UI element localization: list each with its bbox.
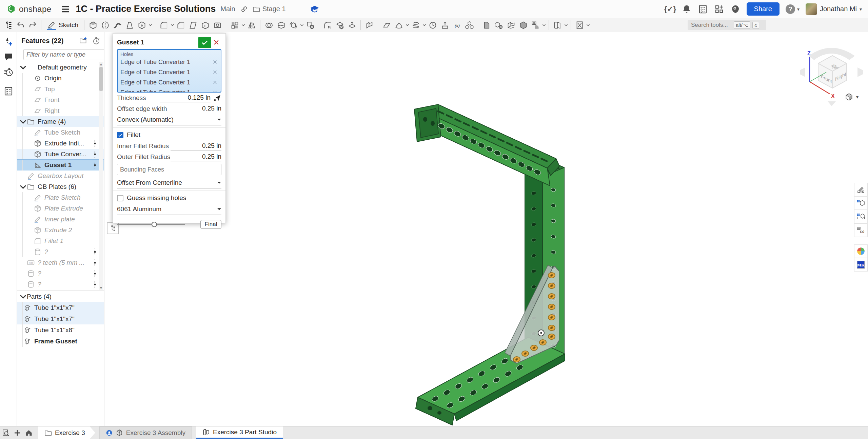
onshape-logo[interactable]: onshape: [6, 4, 52, 14]
filter-input[interactable]: [23, 49, 104, 60]
sketch-button[interactable]: Sketch: [44, 19, 82, 31]
feature-row[interactable]: Front: [17, 95, 104, 105]
mirror-icon[interactable]: [245, 19, 258, 31]
tasks-icon[interactable]: [698, 4, 708, 14]
draft-icon[interactable]: [187, 19, 199, 31]
chevron-down-icon[interactable]: [299, 19, 304, 31]
suppress-dots-icon[interactable]: [93, 247, 97, 256]
feature-row[interactable]: Gearbox Layout: [17, 171, 104, 181]
home-icon[interactable]: [23, 426, 35, 439]
notifications-bell-icon[interactable]: [682, 4, 692, 14]
feature-row[interactable]: Tube Conver...: [17, 149, 104, 160]
chevron-down-icon[interactable]: [241, 19, 245, 31]
hole-selection-row[interactable]: Edge of Tube Converter 1: [120, 57, 218, 67]
cancel-button[interactable]: [211, 37, 221, 47]
bounding-faces-input[interactable]: [117, 164, 221, 175]
transform-icon[interactable]: [287, 19, 299, 31]
suppress-dots-icon[interactable]: [93, 258, 97, 267]
delete-face-icon[interactable]: [334, 19, 346, 31]
chevron-down-icon[interactable]: [422, 19, 427, 31]
hole-icon[interactable]: [211, 19, 223, 31]
parts-header[interactable]: Parts (4): [17, 291, 104, 302]
document-title[interactable]: 1C - Practice Exercise Solutions: [76, 4, 216, 14]
add-tab-icon[interactable]: [12, 426, 23, 439]
convex-dropdown[interactable]: Convex (Automatic): [117, 114, 221, 125]
help-menu[interactable]: ? ▾: [786, 4, 800, 14]
feature-row[interactable]: Top: [17, 84, 104, 95]
rollback-history-icon[interactable]: [92, 36, 101, 45]
redo-icon[interactable]: [26, 19, 39, 31]
accept-button[interactable]: [198, 37, 211, 48]
loft-icon[interactable]: [123, 19, 136, 31]
helix-icon[interactable]: [410, 19, 422, 31]
part-row[interactable]: Tube 1"x1"x7": [17, 313, 104, 324]
feature-row[interactable]: Origin: [17, 73, 104, 84]
chevron-down-icon[interactable]: [586, 19, 590, 31]
custom-belt-icon[interactable]: [480, 19, 493, 31]
frame-table-icon[interactable]: [529, 19, 541, 31]
app-pie-icon[interactable]: [854, 244, 868, 258]
hole-selection-row[interactable]: Edge of Tube Converter 1: [120, 87, 218, 93]
chamfer-icon[interactable]: [175, 19, 187, 31]
view-options[interactable]: ▾: [845, 93, 859, 101]
user-menu[interactable]: Jonathan Mi ▾: [806, 3, 862, 15]
learning-icon[interactable]: [730, 4, 741, 14]
thicken-icon[interactable]: [136, 19, 148, 31]
chevron-down-icon[interactable]: [170, 19, 175, 31]
feature-row[interactable]: Plate Sketch: [17, 192, 104, 203]
feature-row[interactable]: GB Plates (6): [17, 181, 104, 192]
remove-selection-icon[interactable]: [212, 79, 218, 85]
chevron-down-icon[interactable]: [541, 19, 546, 31]
remove-selection-icon[interactable]: [212, 69, 218, 75]
feature-row[interactable]: Inner plate: [17, 214, 104, 225]
final-button[interactable]: Final: [200, 220, 221, 229]
insert-feature-icon[interactable]: [3, 37, 14, 47]
delete-part-icon[interactable]: [304, 19, 316, 31]
expand-caret-icon[interactable]: [19, 119, 27, 124]
feature-row[interactable]: Right: [17, 105, 104, 116]
holes-selection-box[interactable]: Holes Edge of Tube Converter 1 Edge of T…: [117, 49, 221, 93]
custom-delete-icon[interactable]: [493, 19, 505, 31]
history-icon[interactable]: [427, 19, 439, 31]
boolean-icon[interactable]: [263, 19, 275, 31]
configuration-variables-icon[interactable]: (x): [854, 223, 868, 237]
feature-row[interactable]: ?: [17, 246, 104, 257]
feature-row[interactable]: ?: [17, 279, 104, 290]
history-stopwatch-icon[interactable]: [3, 67, 14, 77]
expand-caret-icon[interactable]: [19, 294, 27, 299]
tab-assembly[interactable]: Exercise 3 Assembly: [99, 426, 192, 439]
feature-row[interactable]: Extrude 2: [17, 225, 104, 236]
link-icon[interactable]: [240, 5, 248, 13]
material-dropdown[interactable]: 6061 Aluminum: [117, 204, 221, 215]
feature-row[interactable]: CB ? teeth (5 mm ...: [17, 257, 104, 268]
boundary-surface-icon[interactable]: [393, 19, 405, 31]
feature-list-toggle-icon[interactable]: [2, 19, 14, 31]
suppress-dots-icon[interactable]: [93, 150, 97, 159]
expand-caret-icon[interactable]: [19, 184, 27, 189]
modify-fillet-icon[interactable]: [321, 19, 334, 31]
feature-row[interactable]: ?: [17, 268, 104, 279]
configured-features-icon[interactable]: [854, 210, 868, 223]
extrude-icon[interactable]: [87, 19, 99, 31]
centerline-dropdown[interactable]: Offset From Centerline: [117, 177, 221, 188]
fillet-checkbox-row[interactable]: Fillet: [117, 129, 221, 141]
toolbar-extension-icon[interactable]: [573, 19, 586, 31]
move-face-icon[interactable]: [346, 19, 358, 31]
versions-icon[interactable]: {✓}: [665, 4, 675, 14]
slider-track[interactable]: [117, 224, 185, 225]
guess-holes-row[interactable]: Guess missing holes: [117, 192, 221, 204]
share-button[interactable]: Share: [747, 2, 780, 16]
part-row[interactable]: Tube 1"x1"x7": [17, 302, 104, 313]
appearance-panel-icon[interactable]: [854, 183, 868, 196]
feature-row[interactable]: Gusset 1: [17, 160, 104, 171]
tab-exercise-folder[interactable]: Exercise 3: [38, 426, 95, 439]
feature-row[interactable]: Default geometry: [17, 62, 104, 73]
suppress-dots-icon[interactable]: [93, 139, 97, 148]
tree-scrollbar[interactable]: ▲ ▼: [99, 62, 103, 290]
remove-selection-icon[interactable]: [212, 59, 218, 65]
revolve-icon[interactable]: [99, 19, 111, 31]
instances-icon[interactable]: [463, 19, 475, 31]
fillet-checkbox[interactable]: [117, 132, 123, 138]
search-tabs-icon[interactable]: [0, 426, 12, 439]
expand-caret-icon[interactable]: [19, 65, 27, 70]
